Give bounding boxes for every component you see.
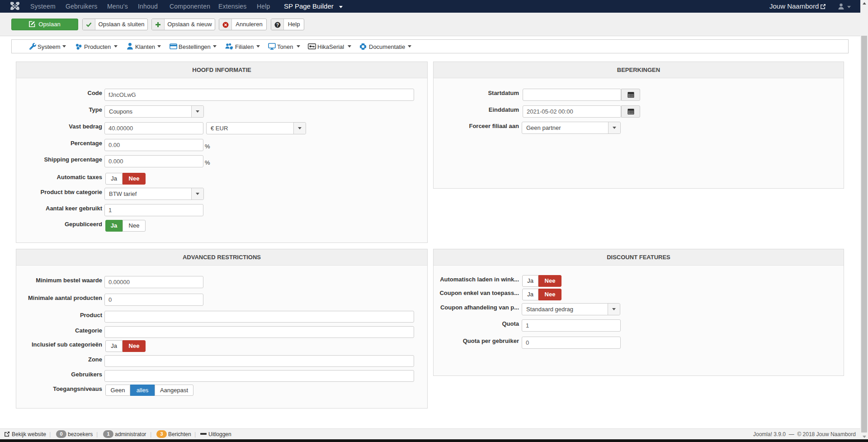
svg-text:?: ? — [276, 23, 279, 28]
